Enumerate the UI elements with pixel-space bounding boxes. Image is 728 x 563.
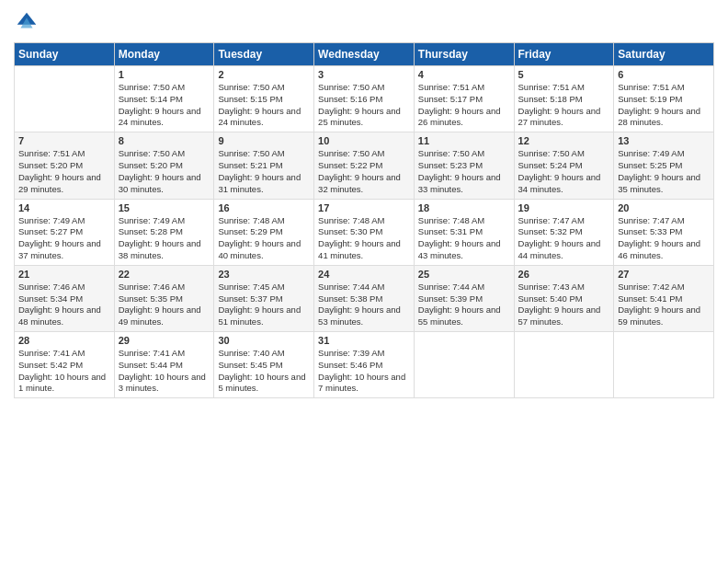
- day-info: Sunrise: 7:43 AM Sunset: 5:40 PM Dayligh…: [518, 282, 610, 328]
- day-info: Sunrise: 7:50 AM Sunset: 5:16 PM Dayligh…: [318, 82, 410, 129]
- day-info: Sunrise: 7:44 AM Sunset: 5:38 PM Dayligh…: [318, 282, 410, 328]
- calendar-cell: 10 Sunrise: 7:50 AM Sunset: 5:22 PM Dayl…: [314, 132, 415, 199]
- calendar-cell: [614, 332, 714, 398]
- weekday-header: Saturday: [614, 43, 714, 66]
- calendar-cell: 21 Sunrise: 7:46 AM Sunset: 5:34 PM Dayl…: [15, 265, 115, 331]
- daylight-text: Daylight: 9 hours and 37 minutes.: [18, 238, 110, 262]
- sunset-text: Sunset: 5:45 PM: [218, 360, 310, 372]
- calendar-week-row: 21 Sunrise: 7:46 AM Sunset: 5:34 PM Dayl…: [15, 265, 714, 331]
- calendar-cell: 15 Sunrise: 7:49 AM Sunset: 5:28 PM Dayl…: [114, 199, 214, 265]
- calendar-cell: 7 Sunrise: 7:51 AM Sunset: 5:20 PM Dayli…: [15, 132, 115, 199]
- weekday-header: Thursday: [414, 43, 514, 66]
- daylight-text: Daylight: 9 hours and 35 minutes.: [618, 172, 710, 196]
- daylight-text: Daylight: 10 hours and 5 minutes.: [218, 372, 310, 396]
- sunset-text: Sunset: 5:21 PM: [218, 160, 310, 172]
- daylight-text: Daylight: 9 hours and 32 minutes.: [318, 172, 410, 196]
- sunset-text: Sunset: 5:30 PM: [318, 226, 410, 238]
- day-number: 18: [418, 202, 510, 213]
- calendar-cell: 11 Sunrise: 7:50 AM Sunset: 5:23 PM Dayl…: [414, 132, 514, 199]
- calendar-cell: 9 Sunrise: 7:50 AM Sunset: 5:21 PM Dayli…: [214, 132, 314, 199]
- day-number: 24: [318, 269, 410, 280]
- day-info: Sunrise: 7:48 AM Sunset: 5:30 PM Dayligh…: [318, 215, 410, 262]
- day-info: Sunrise: 7:49 AM Sunset: 5:28 PM Dayligh…: [119, 215, 210, 262]
- daylight-text: Daylight: 9 hours and 43 minutes.: [418, 238, 510, 262]
- calendar-week-row: 14 Sunrise: 7:49 AM Sunset: 5:27 PM Dayl…: [15, 199, 714, 265]
- day-number: 19: [518, 202, 610, 213]
- day-info: Sunrise: 7:41 AM Sunset: 5:44 PM Dayligh…: [119, 348, 210, 395]
- day-number: 13: [618, 135, 710, 146]
- calendar-cell: 30 Sunrise: 7:40 AM Sunset: 5:45 PM Dayl…: [214, 332, 314, 398]
- day-info: Sunrise: 7:45 AM Sunset: 5:37 PM Dayligh…: [218, 282, 310, 328]
- daylight-text: Daylight: 9 hours and 30 minutes.: [119, 172, 210, 196]
- calendar-cell: 26 Sunrise: 7:43 AM Sunset: 5:40 PM Dayl…: [514, 265, 614, 331]
- calendar-cell: 17 Sunrise: 7:48 AM Sunset: 5:30 PM Dayl…: [314, 199, 415, 265]
- sunrise-text: Sunrise: 7:50 AM: [418, 148, 510, 160]
- calendar-cell: 22 Sunrise: 7:46 AM Sunset: 5:35 PM Dayl…: [114, 265, 214, 331]
- sunset-text: Sunset: 5:28 PM: [119, 226, 210, 238]
- day-info: Sunrise: 7:49 AM Sunset: 5:27 PM Dayligh…: [18, 215, 110, 262]
- sunset-text: Sunset: 5:38 PM: [318, 293, 410, 305]
- day-info: Sunrise: 7:40 AM Sunset: 5:45 PM Dayligh…: [218, 348, 310, 395]
- logo: [14, 9, 43, 35]
- day-number: 6: [618, 69, 710, 80]
- calendar-cell: 20 Sunrise: 7:47 AM Sunset: 5:33 PM Dayl…: [614, 199, 714, 265]
- sunrise-text: Sunrise: 7:44 AM: [418, 282, 510, 293]
- day-info: Sunrise: 7:51 AM Sunset: 5:18 PM Dayligh…: [518, 82, 610, 129]
- sunrise-text: Sunrise: 7:49 AM: [18, 215, 110, 227]
- day-number: 16: [218, 202, 310, 213]
- sunset-text: Sunset: 5:41 PM: [618, 293, 710, 305]
- calendar-cell: 31 Sunrise: 7:39 AM Sunset: 5:46 PM Dayl…: [314, 332, 415, 398]
- sunset-text: Sunset: 5:19 PM: [618, 94, 710, 106]
- day-info: Sunrise: 7:46 AM Sunset: 5:34 PM Dayligh…: [18, 282, 110, 328]
- day-number: 8: [119, 135, 210, 146]
- daylight-text: Daylight: 9 hours and 41 minutes.: [318, 238, 410, 262]
- sunrise-text: Sunrise: 7:47 AM: [518, 215, 610, 227]
- day-number: 14: [18, 202, 110, 213]
- weekday-header: Tuesday: [214, 43, 314, 66]
- sunset-text: Sunset: 5:44 PM: [119, 360, 210, 372]
- day-info: Sunrise: 7:42 AM Sunset: 5:41 PM Dayligh…: [618, 282, 710, 328]
- day-number: 27: [618, 269, 710, 280]
- sunrise-text: Sunrise: 7:51 AM: [418, 82, 510, 94]
- sunrise-text: Sunrise: 7:44 AM: [318, 282, 410, 293]
- sunset-text: Sunset: 5:14 PM: [119, 94, 210, 106]
- day-info: Sunrise: 7:51 AM Sunset: 5:19 PM Dayligh…: [618, 82, 710, 129]
- daylight-text: Daylight: 9 hours and 24 minutes.: [119, 106, 210, 130]
- day-number: 2: [218, 69, 310, 80]
- day-number: 9: [218, 135, 310, 146]
- sunset-text: Sunset: 5:18 PM: [518, 94, 610, 106]
- sunrise-text: Sunrise: 7:45 AM: [218, 282, 310, 293]
- calendar-cell: 19 Sunrise: 7:47 AM Sunset: 5:32 PM Dayl…: [514, 199, 614, 265]
- daylight-text: Daylight: 9 hours and 24 minutes.: [218, 106, 310, 130]
- calendar-cell: 23 Sunrise: 7:45 AM Sunset: 5:37 PM Dayl…: [214, 265, 314, 331]
- calendar-week-row: 7 Sunrise: 7:51 AM Sunset: 5:20 PM Dayli…: [15, 132, 714, 199]
- sunset-text: Sunset: 5:40 PM: [518, 293, 610, 305]
- day-number: 5: [518, 69, 610, 80]
- weekday-header: Monday: [114, 43, 214, 66]
- day-number: 23: [218, 269, 310, 280]
- sunset-text: Sunset: 5:16 PM: [318, 94, 410, 106]
- calendar-cell: 18 Sunrise: 7:48 AM Sunset: 5:31 PM Dayl…: [414, 199, 514, 265]
- sunrise-text: Sunrise: 7:48 AM: [318, 215, 410, 227]
- sunrise-text: Sunrise: 7:40 AM: [218, 348, 310, 360]
- main-container: SundayMondayTuesdayWednesdayThursdayFrid…: [0, 0, 728, 408]
- daylight-text: Daylight: 9 hours and 51 minutes.: [218, 304, 310, 328]
- day-info: Sunrise: 7:44 AM Sunset: 5:39 PM Dayligh…: [418, 282, 510, 328]
- daylight-text: Daylight: 9 hours and 57 minutes.: [518, 304, 610, 328]
- calendar-cell: 29 Sunrise: 7:41 AM Sunset: 5:44 PM Dayl…: [114, 332, 214, 398]
- day-info: Sunrise: 7:51 AM Sunset: 5:17 PM Dayligh…: [418, 82, 510, 129]
- weekday-header: Wednesday: [314, 43, 415, 66]
- sunrise-text: Sunrise: 7:50 AM: [518, 148, 610, 160]
- weekday-header: Friday: [514, 43, 614, 66]
- day-number: 25: [418, 269, 510, 280]
- sunrise-text: Sunrise: 7:42 AM: [618, 282, 710, 293]
- day-number: 26: [518, 269, 610, 280]
- sunrise-text: Sunrise: 7:50 AM: [119, 148, 210, 160]
- sunrise-text: Sunrise: 7:50 AM: [119, 82, 210, 94]
- day-number: 22: [119, 269, 210, 280]
- daylight-text: Daylight: 9 hours and 59 minutes.: [618, 304, 710, 328]
- sunrise-text: Sunrise: 7:41 AM: [18, 348, 110, 360]
- day-info: Sunrise: 7:47 AM Sunset: 5:33 PM Dayligh…: [618, 215, 710, 262]
- day-info: Sunrise: 7:48 AM Sunset: 5:29 PM Dayligh…: [218, 215, 310, 262]
- sunset-text: Sunset: 5:15 PM: [218, 94, 310, 106]
